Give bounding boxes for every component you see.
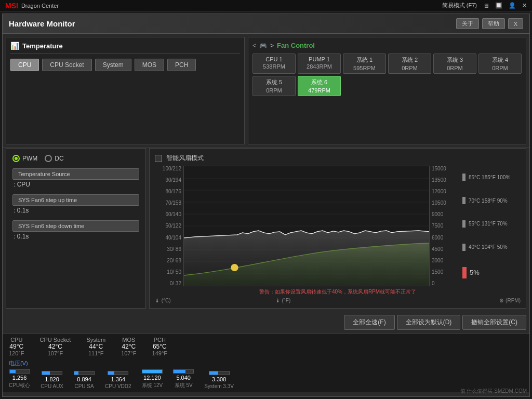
temp-marker-40: 40°C 104°F 50% [462,244,521,251]
voltage-item-cpu-aux: 1.820 CPU AUX [41,371,63,389]
fan-label-sys1: 系统 1 [344,56,384,64]
msi-logo: MSI [5,2,18,10]
fan-value-sys6: 479RPM [299,87,339,94]
voltage-item-cpu-sa: 0.894 CPU SA [74,371,95,389]
pwm-label: PWM [22,155,37,162]
watermark: 值 什么值得买 SMZDM.COM [460,388,527,395]
smart-fan-checkbox[interactable] [155,155,162,162]
sensor-pch: PCH 65°C 149°F [152,337,167,356]
full-speed-button[interactable]: 全部全速(F) [344,315,394,330]
chart-area: 智能风扇模式 100/212 90/194 80/176 70/158 60/1… [149,148,526,309]
voltage-value-cpu-vdd2: 1.364 [111,376,126,382]
voltage-item-sys33v: 3.308 System 3.3V [204,371,234,389]
sensor-temp-system: 44°C [89,343,103,350]
sensor-temp-pch: 65°C [153,343,167,350]
temp-btn-cpu-socket[interactable]: CPU Socket [42,59,91,71]
voltage-fill-cpu-sa [74,371,78,375]
fan-item-sys5[interactable]: 系统 5 0RPM [252,76,296,96]
top-icon3[interactable]: 👤 [509,2,516,9]
voltage-value-sys12v: 12.120 [143,375,161,381]
chart-with-legend: 100/212 90/194 80/176 70/158 60/140 50/1… [155,166,521,286]
close-button[interactable]: X [508,18,523,29]
chart-plot[interactable] [183,166,430,286]
fan-item-sys3[interactable]: 系统 3 0RPM [433,54,476,74]
about-button[interactable]: 关于 [456,18,479,29]
window-buttons: 关于 帮助 X [456,18,523,29]
percent-display: 5% [462,267,521,278]
fan-item-sys2[interactable]: 系统 2 0RPM [388,54,431,74]
sensor-label-pch: PCH [154,337,166,343]
step-up-section: SYS Fan6 step up time : 0.1s [12,194,139,214]
fan-item-sys4[interactable]: 系统 4 0RPM [478,54,522,74]
fan-value-cpu1: 538RPM [254,63,294,70]
voltage-value-sys5v: 5.040 [176,375,191,381]
voltage-fill-cpu-vdd2 [108,371,114,375]
fan-label-sys2: 系统 2 [390,56,430,64]
sensor-cpu: CPU 49°C 120°F [9,337,24,356]
temp-btn-mos[interactable]: MOS [135,59,164,71]
top-close[interactable]: ✕ [522,2,527,9]
voltage-bar-cpu-aux [42,371,62,375]
temp-source-section: Temperature Source : CPU [12,168,139,188]
temp-marker-85: 85°C 185°F 100% [462,174,521,181]
y-axis-temp: 100/212 90/194 80/176 70/158 60/140 50/1… [155,166,183,286]
sensor-row: CPU 49°C 120°F CPU Socket 42°C 107°F Sys… [9,337,523,356]
temp-btn-pch[interactable]: PCH [167,59,196,71]
fan-value-sys2: 0RPM [390,65,430,71]
fan-item-sys6[interactable]: 系统 6 479RPM [298,76,341,96]
temp-btn-system[interactable]: System [95,59,131,71]
voltage-value-cpu-aux: 1.820 [45,376,59,382]
fan-item-pump1[interactable]: PUMP 1 2843RPM [298,54,341,74]
percent-bar [462,267,467,278]
top-bar: MSI Dragon Center 简易模式 (F7) 🖥 🔲 👤 ✕ [0,0,532,11]
temp-btn-cpu[interactable]: CPU [10,59,39,71]
main-window: Hardware Monitor 关于 帮助 X 📊 Temperature C… [2,14,530,397]
temp-source-value: : CPU [14,181,139,188]
fan-nav-prev[interactable]: < [252,42,256,49]
help-button[interactable]: 帮助 [482,18,505,29]
cancel-all-button[interactable]: 撤销全部设置(C) [462,315,526,330]
chart-header: 智能风扇模式 [155,154,521,163]
chart-warning: 警告：如果你设置风扇转速低于40%，系统风扇RPM就可能不正常了 [155,288,521,296]
fan-item-sys1[interactable]: 系统 1 595RPM [343,54,386,74]
sensor-temp-cpu: 49°C [9,343,23,350]
fan-value-sys1: 595RPM [344,65,384,71]
set-default-button[interactable]: 全部设为默认(D) [397,315,461,330]
fan-label-cpu1: CPU 1 [254,56,294,62]
temp-panel-title: Temperature [22,42,63,50]
voltage-fill-sys5v [174,370,185,373]
temperature-panel: 📊 Temperature CPU CPU Socket System MOS … [6,37,245,144]
step-up-value: : 0.1s [14,207,139,214]
sensor-tempf-pch: 149°F [152,350,167,356]
top-icon1[interactable]: 🖥 [483,3,489,9]
sensor-tempf-cpu: 120°F [9,350,24,356]
step-up-button[interactable]: SYS Fan6 step up time [12,194,139,206]
fan-control-header: < 🎮 > Fan Control [252,42,522,49]
dc-radio[interactable]: DC [45,155,63,162]
temp-icon: 📊 [10,42,19,50]
marker-bar-40 [462,244,466,251]
fan-label-sys3: 系统 3 [435,56,475,64]
voltage-bar-sys12v [142,369,163,374]
window-title: Hardware Monitor [9,19,75,28]
voltage-name-cpu-sa: CPU SA [74,383,94,389]
marker-bar-55 [462,220,466,228]
voltage-bar-cpu-core [9,369,30,374]
marker-bar-85 [462,174,466,181]
sensor-system: System 44°C 111°F [86,337,105,356]
pwm-radio[interactable]: PWM [12,155,37,162]
dc-radio-circle [45,155,52,162]
step-down-value: : 0.1s [14,233,139,240]
marker-text-85: 85°C 185°F 100% [469,175,510,180]
fan-control-panel: < 🎮 > Fan Control CPU 1 538RPM PUMP 1 28… [248,37,526,144]
top-bar-left: MSI Dragon Center [5,2,59,10]
step-down-button[interactable]: SYS Fan6 step down time [12,220,139,232]
fan-item-cpu1[interactable]: CPU 1 538RPM [252,54,296,74]
temp-source-button[interactable]: Temperature Source [12,168,139,180]
sensor-tempf-system: 111°F [88,350,103,356]
footer-fan-icon: ⚙ (RPM) [499,298,521,303]
fan-control-title: Fan Control [277,42,315,49]
marker-bar-70 [462,197,466,204]
easy-mode-label: 简易模式 (F7) [442,2,477,9]
top-icon2[interactable]: 🔲 [495,2,502,9]
